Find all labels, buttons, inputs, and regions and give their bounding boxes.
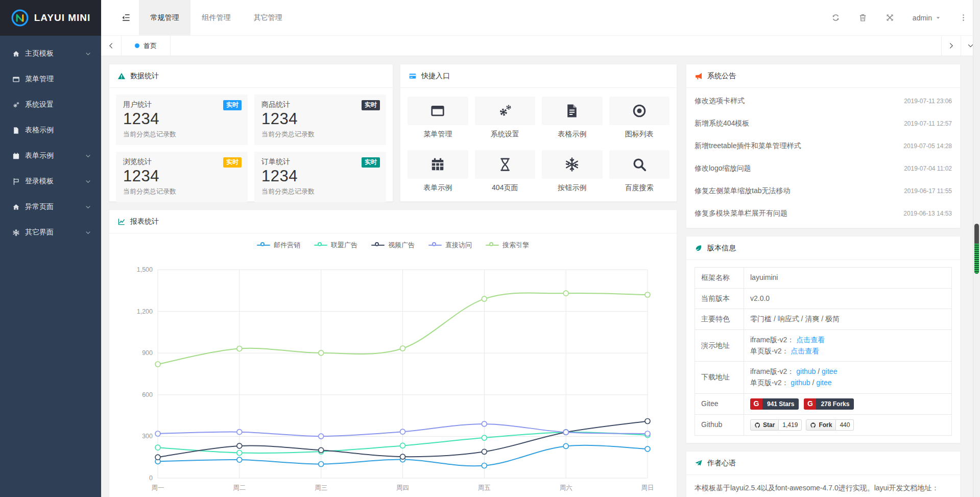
github-badge[interactable]: Fork440 (806, 419, 854, 431)
logo-text: LAYUI MINI (34, 12, 91, 23)
quick-item[interactable]: 图标列表 (609, 97, 670, 139)
clear-cache-button[interactable] (858, 13, 867, 22)
announcement-title: 新增treetable插件和菜单管理样式 (695, 141, 801, 151)
version-row: 当前版本v2.0.0 (695, 288, 952, 309)
announcement-row[interactable]: 新增treetable插件和菜单管理样式 2019-07-05 14:28 (686, 135, 960, 157)
stats-card: 数据统计 用户统计 实时 1234 当前分类总记录数 商品统计 实时 1234 … (109, 64, 393, 202)
version-value-cell: G941 StarsG278 Forks (744, 393, 952, 414)
more-menu-button[interactable] (959, 13, 968, 22)
nav-tab[interactable]: 其它管理 (242, 0, 294, 35)
scrollbar-thumb[interactable] (974, 224, 979, 274)
announcement-row[interactable]: 修改logo缩放问题 2019-07-04 11:02 (686, 157, 960, 180)
stat-value: 1234 (123, 110, 241, 128)
chevron-right-icon (948, 42, 954, 49)
chart-legend: 邮件营销 联盟广告 视频广告 直接访问 搜索引擎 (109, 233, 677, 250)
sidebar-item[interactable]: 主页模板 (0, 41, 101, 66)
sidebar-item[interactable]: 其它界面 (0, 220, 101, 245)
gitee-badge[interactable]: G278 Forks (804, 398, 854, 410)
quick-item[interactable]: 系统设置 (475, 97, 536, 139)
quick-item[interactable]: 表单示例 (408, 150, 468, 193)
tab-home[interactable]: 首页 (122, 36, 171, 56)
gears-icon (497, 103, 513, 119)
github-badge-label: Fork (819, 420, 832, 430)
sidebar-item[interactable]: 登录模板 (0, 169, 101, 194)
version-row: 框架名称layuimini (695, 268, 952, 289)
calendar-icon (12, 152, 20, 160)
quick-icon-box (408, 97, 468, 125)
github-badge-count: 440 (836, 419, 854, 431)
announcement-row[interactable]: 修复左侧菜单缩放tab无法移动 2019-06-17 11:55 (686, 180, 960, 202)
quick-item[interactable]: 404页面 (475, 150, 536, 193)
version-link[interactable]: github (796, 367, 816, 375)
version-link[interactable]: github (791, 378, 810, 387)
version-link[interactable]: 点击查看 (796, 336, 825, 344)
quick-item[interactable]: 按钮示例 (542, 150, 603, 193)
app-logo[interactable]: LAYUI MINI (0, 0, 101, 36)
announcement-date: 2019-07-04 11:02 (904, 165, 952, 172)
legend-item[interactable]: 邮件营销 (257, 241, 300, 250)
version-key: 演示地址 (695, 330, 744, 362)
chevron-down-icon (85, 153, 91, 159)
fullscreen-button[interactable] (886, 13, 894, 22)
refresh-button[interactable] (831, 13, 840, 22)
version-line: iframe版-v2： github / gitee (750, 366, 945, 377)
legend-item[interactable]: 直接访问 (428, 241, 472, 250)
report-card: 报表统计 邮件营销 联盟广告 视频广告 直接访问 搜索引擎 0300600900… (109, 209, 677, 497)
announcement-date: 2019-06-17 11:55 (904, 187, 952, 195)
quick-item[interactable]: 菜单管理 (408, 97, 468, 139)
chevron-down-icon (85, 230, 91, 235)
sidebar-item[interactable]: 菜单管理 (0, 66, 101, 92)
sidebar-item[interactable]: 表单示例 (0, 143, 101, 169)
legend-item[interactable]: 联盟广告 (314, 241, 357, 250)
quick-entry-card: 快捷入口 菜单管理 系统设置 表格示例 图标列表 表单示例 404页面 按钮示例… (400, 64, 677, 202)
legend-label: 联盟广告 (331, 241, 357, 250)
nav-tab[interactable]: 组件管理 (190, 0, 242, 35)
nav-tab[interactable]: 常规管理 (139, 0, 190, 35)
gitee-icon: G (750, 398, 762, 410)
version-link[interactable]: gitee (816, 378, 831, 387)
sidebar-item[interactable]: 表格示例 (0, 117, 101, 143)
svg-text:周六: 周六 (560, 484, 572, 491)
version-link[interactable]: gitee (822, 367, 837, 375)
card-icon (409, 72, 417, 80)
stat-badge: 实时 (362, 100, 380, 110)
tab-scroll-left-button[interactable] (101, 36, 122, 56)
sidebar-item[interactable]: 系统设置 (0, 92, 101, 117)
version-line: iframe版-v2： 点击查看 (750, 335, 945, 346)
version-link[interactable]: 点击查看 (791, 347, 819, 355)
github-badge[interactable]: Star1,419 (750, 419, 802, 431)
quick-item[interactable]: 百度搜索 (609, 150, 670, 193)
announcement-title: 修复多模块菜单栏展开有问题 (695, 209, 787, 218)
home-icon (12, 50, 20, 58)
announcement-row[interactable]: 修复多模块菜单栏展开有问题 2019-06-13 14:53 (686, 202, 960, 225)
user-menu[interactable]: admin (913, 14, 941, 22)
announcement-row[interactable]: 新增系统404模板 2019-07-11 12:57 (686, 112, 960, 135)
scrollbar[interactable] (973, 0, 980, 497)
legend-label: 直接访问 (445, 241, 472, 250)
file-icon (12, 127, 20, 134)
version-line: 单页版-v2： github / gitee (750, 377, 945, 389)
svg-text:600: 600 (142, 391, 153, 398)
top-header: 常规管理组件管理其它管理 admin (101, 0, 980, 36)
trash-icon (858, 13, 867, 22)
version-table: 框架名称layuimini当前版本v2.0.0主要特色零门槛 / 响应式 / 清… (695, 267, 952, 436)
version-value-cell: layuimini (744, 268, 952, 289)
quick-icon-box (475, 97, 536, 125)
quick-item-label: 表单示例 (408, 183, 468, 193)
sidebar-item[interactable]: 异常页面 (0, 194, 101, 220)
logo-icon (11, 9, 29, 27)
quick-icon-box (609, 97, 670, 125)
sidebar-menu: 主页模板菜单管理系统设置表格示例表单示例登录模板异常页面其它界面 (0, 36, 101, 245)
snowflake-icon (564, 157, 580, 172)
sidebar-item-label: 菜单管理 (25, 75, 91, 84)
tab-scroll-right-button[interactable] (941, 36, 961, 56)
legend-item[interactable]: 视频广告 (371, 241, 415, 250)
github-badge-label: Star (763, 420, 775, 430)
sidebar-collapse-button[interactable] (112, 0, 139, 35)
quick-item[interactable]: 表格示例 (542, 97, 603, 139)
sidebar-item-label: 系统设置 (25, 100, 91, 109)
legend-item[interactable]: 搜索引擎 (486, 241, 529, 250)
gitee-badge[interactable]: G941 Stars (750, 398, 799, 410)
stats-title: 数据统计 (130, 72, 159, 81)
announcement-row[interactable]: 修改选项卡样式 2019-07-11 23:06 (686, 90, 960, 112)
